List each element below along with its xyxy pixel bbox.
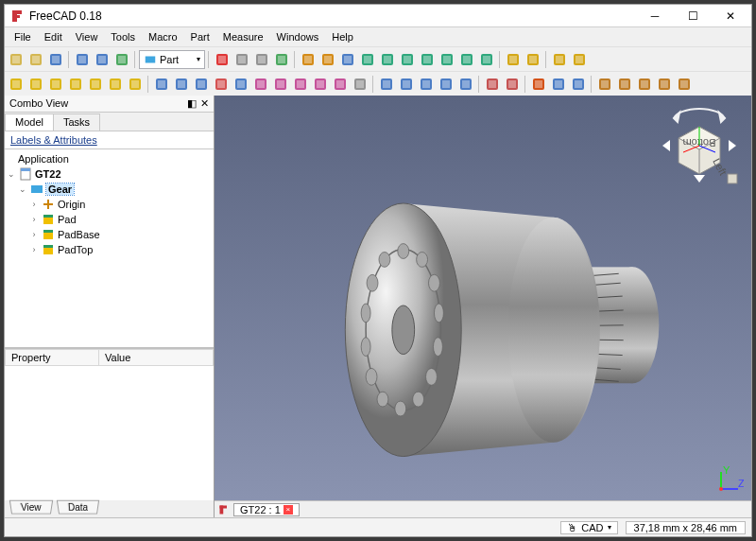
menu-tools[interactable]: Tools	[105, 29, 141, 44]
macro-record-button[interactable]	[213, 50, 232, 69]
document-tab[interactable]: GT22 : 1 ×	[233, 503, 300, 516]
tree-item-padtop[interactable]: PadTop	[58, 244, 93, 255]
refresh-button[interactable]	[112, 50, 131, 69]
labels-attributes-header[interactable]: Labels & Attributes	[5, 131, 214, 149]
menu-file[interactable]: File	[9, 29, 37, 44]
measure-linear-button[interactable]	[504, 50, 523, 69]
expand-icon[interactable]: ›	[29, 230, 39, 239]
panel-close-icon[interactable]: ✕	[200, 97, 209, 110]
menu-part[interactable]: Part	[185, 29, 215, 44]
3d-viewport[interactable]: Bottom Left Y Z GT22 : 1 ×	[215, 96, 751, 517]
cut-button[interactable]	[397, 75, 416, 94]
cross-button[interactable]	[569, 75, 588, 94]
expand-icon[interactable]: ›	[29, 215, 39, 224]
thickness-button[interactable]	[331, 75, 350, 94]
close-button[interactable]: ✕	[712, 6, 749, 26]
part-box-button[interactable]	[7, 75, 26, 94]
tree-item-padbase[interactable]: PadBase	[58, 229, 100, 240]
right-view-button[interactable]	[418, 50, 437, 69]
svg-point-153	[361, 338, 370, 357]
save-doc-button[interactable]	[46, 50, 65, 69]
split-button[interactable]	[483, 75, 502, 94]
top-view-button[interactable]	[398, 50, 417, 69]
macro-play-button[interactable]	[272, 50, 291, 69]
menu-windows[interactable]: Windows	[271, 29, 325, 44]
part-primitives-button[interactable]	[106, 75, 125, 94]
union-button[interactable]	[417, 75, 436, 94]
open-doc-button[interactable]	[26, 50, 45, 69]
part-torus-button[interactable]	[86, 75, 105, 94]
tree-item-pad[interactable]: Pad	[58, 214, 77, 225]
tree-body[interactable]: Gear	[46, 183, 74, 195]
prop-header-property[interactable]: Property	[6, 350, 99, 366]
menu-edit[interactable]: Edit	[39, 29, 68, 44]
workbench-selector[interactable]: Part	[139, 50, 205, 69]
appearance-button[interactable]	[570, 50, 589, 69]
redo-button[interactable]	[93, 50, 112, 69]
expand-icon[interactable]: ⌄	[18, 184, 27, 194]
macro-stop-button[interactable]	[232, 50, 251, 69]
tab-tasks[interactable]: Tasks	[53, 113, 100, 131]
make-face-button[interactable]	[595, 75, 614, 94]
section-button[interactable]	[549, 75, 568, 94]
fit-all-button[interactable]	[299, 50, 318, 69]
tab-view[interactable]: View	[9, 500, 53, 515]
undo-button[interactable]	[73, 50, 92, 69]
front-view-button[interactable]	[378, 50, 397, 69]
slice-button[interactable]	[503, 75, 522, 94]
compound-button[interactable]	[351, 75, 369, 94]
offset3d-button[interactable]	[311, 75, 330, 94]
nav-style-selector[interactable]: 🖱 CAD ▾	[560, 521, 617, 534]
bottom-view-button[interactable]	[457, 50, 476, 69]
menu-view[interactable]: View	[70, 29, 104, 44]
fit-sel-button[interactable]	[318, 50, 337, 69]
whats-this-button[interactable]	[550, 50, 569, 69]
menu-macro[interactable]: Macro	[143, 29, 183, 44]
join-button[interactable]	[456, 75, 475, 94]
ruled-button[interactable]	[251, 75, 270, 94]
iso-view-button[interactable]	[358, 50, 377, 69]
make-solid-button[interactable]	[615, 75, 634, 94]
panel-float-icon[interactable]: ◧	[187, 97, 197, 110]
convert-button[interactable]	[675, 75, 694, 94]
measure-angle-button[interactable]	[524, 50, 542, 69]
tree-item-origin[interactable]: Origin	[58, 199, 85, 210]
part-builder-button[interactable]	[126, 75, 145, 94]
sweep-button[interactable]	[291, 75, 310, 94]
color-face-button[interactable]	[655, 75, 674, 94]
part-cylinder-button[interactable]	[26, 75, 45, 94]
mirror-button[interactable]	[192, 75, 211, 94]
tree-root[interactable]: Application	[18, 153, 69, 165]
revolve-button[interactable]	[172, 75, 191, 94]
expand-icon[interactable]: ›	[29, 245, 39, 254]
tree-doc[interactable]: GT22	[35, 168, 61, 180]
loft-button[interactable]	[271, 75, 290, 94]
navigation-cube[interactable]: Bottom Left	[657, 103, 742, 188]
reverse-button[interactable]	[635, 75, 654, 94]
menu-measure[interactable]: Measure	[217, 29, 269, 44]
intersect-button[interactable]	[437, 75, 455, 94]
rear-view-button[interactable]	[438, 50, 456, 69]
boolean-button[interactable]	[377, 75, 396, 94]
expand-icon[interactable]: ⌄	[7, 169, 16, 179]
prop-header-value[interactable]: Value	[99, 350, 214, 366]
minimize-button[interactable]: ─	[636, 6, 674, 26]
tab-data[interactable]: Data	[56, 500, 98, 515]
draw-style-button[interactable]	[338, 50, 357, 69]
fillet-button[interactable]	[212, 75, 231, 94]
part-sphere-button[interactable]	[46, 75, 65, 94]
expand-icon[interactable]: ›	[29, 200, 39, 209]
extrude-button[interactable]	[152, 75, 171, 94]
left-view-button[interactable]	[477, 50, 496, 69]
check-button[interactable]	[529, 75, 548, 94]
macro-list-button[interactable]	[252, 50, 271, 69]
tab-model[interactable]: Model	[5, 113, 54, 131]
maximize-button[interactable]: ☐	[674, 6, 712, 26]
new-doc-button[interactable]	[7, 50, 26, 69]
close-doc-icon[interactable]: ×	[284, 505, 293, 515]
menu-help[interactable]: Help	[326, 29, 359, 44]
titlebar: FreeCAD 0.18 ─ ☐ ✕	[5, 5, 751, 27]
svg-point-146	[434, 304, 443, 323]
part-cone-button[interactable]	[66, 75, 85, 94]
chamfer-button[interactable]	[232, 75, 250, 94]
